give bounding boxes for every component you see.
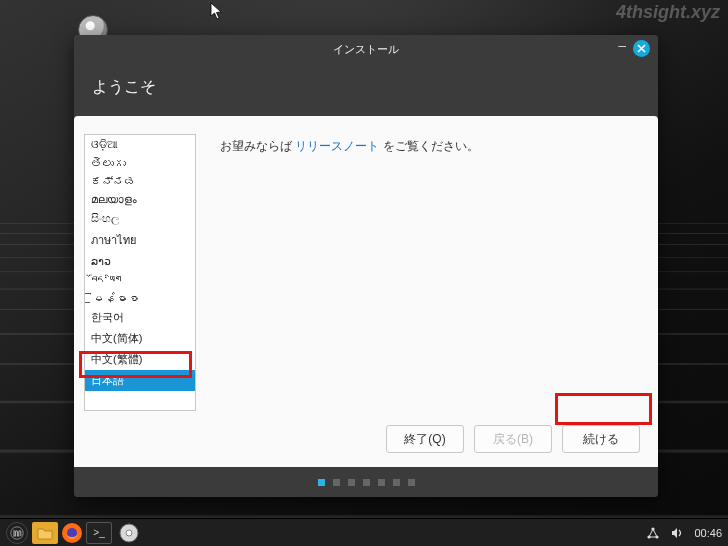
network-icon[interactable] [646,526,660,540]
terminal-icon: >_ [93,527,104,538]
taskbar-terminal-button[interactable]: >_ [86,522,112,544]
step-dot [348,479,355,486]
language-option[interactable]: മലയാളം [85,190,195,209]
release-notes-link[interactable]: リリースノート [295,139,379,153]
installer-window: インストール – ようこそ ଓଡ଼ିଆతెలుగుಕನ್ನಡമലയാളംසිංහ… [74,35,658,497]
language-option[interactable]: 中文(繁體) [85,349,195,370]
close-icon [637,44,646,53]
continue-button[interactable]: 続ける [562,425,640,453]
step-dot [333,479,340,486]
step-dot [408,479,415,486]
content-panel: ଓଡ଼ିଆతెలుగుಕನ್ನಡമലയാളംසිංහලภาษาไทยລາວབོད… [74,116,658,467]
watermark: 4thsight.xyz [616,2,720,23]
language-option[interactable]: မြန်မာစာ [85,289,195,307]
page-title: ようこそ [74,63,658,116]
language-option[interactable]: 日本語 [85,370,195,391]
quit-button[interactable]: 終了(Q) [386,425,464,453]
footer-buttons: 終了(Q) 戻る(B) 続ける [74,411,658,467]
step-dot [318,479,325,486]
taskbar-files-button[interactable] [32,522,58,544]
titlebar[interactable]: インストール – [74,35,658,63]
system-tray: 00:46 [646,526,722,540]
cursor-icon [210,2,224,23]
taskbar-firefox-button[interactable] [62,523,82,543]
language-option[interactable]: ଓଡ଼ିଆ [85,135,195,154]
folder-icon [37,526,53,540]
minimize-button[interactable]: – [618,40,626,50]
language-option[interactable]: ภาษาไทย [85,228,195,252]
taskbar[interactable]: >_ 00:46 [0,518,728,546]
disc-icon [119,523,139,543]
desktop: 4thsight.xyz Inst インストール – ようこそ ଓଡ଼ିଆతెల… [0,0,728,546]
language-option[interactable]: తెలుగు [85,154,195,172]
step-dot [363,479,370,486]
step-dot [378,479,385,486]
language-option[interactable]: 한국어 [85,307,195,328]
language-option[interactable]: 中文(简体) [85,328,195,349]
close-button[interactable] [633,40,650,57]
step-indicator [74,467,658,497]
language-list[interactable]: ଓଡ଼ିଆతెలుగుಕನ್ನಡമലയാളംසිංහලภาษาไทยລາວབོད… [84,134,196,411]
language-option[interactable]: ಕನ್ನಡ [85,172,195,190]
firefox-icon [64,525,80,541]
svg-point-3 [126,530,132,536]
ask-prefix: お望みならば [220,139,295,153]
back-button: 戻る(B) [474,425,552,453]
clock[interactable]: 00:46 [694,527,722,539]
release-notes-text: お望みならば リリースノート をご覧ください。 [220,134,640,411]
mint-logo-icon [10,526,24,540]
taskbar-installer-button[interactable] [116,522,142,544]
window-title: インストール [333,42,399,57]
ask-suffix: をご覧ください。 [379,139,478,153]
language-option[interactable]: བོད་ཡིག [85,271,195,289]
step-dot [393,479,400,486]
language-option[interactable]: සිංහල [85,209,195,228]
start-menu-button[interactable] [6,522,28,544]
volume-icon[interactable] [670,526,684,540]
language-option[interactable]: ລາວ [85,252,195,271]
